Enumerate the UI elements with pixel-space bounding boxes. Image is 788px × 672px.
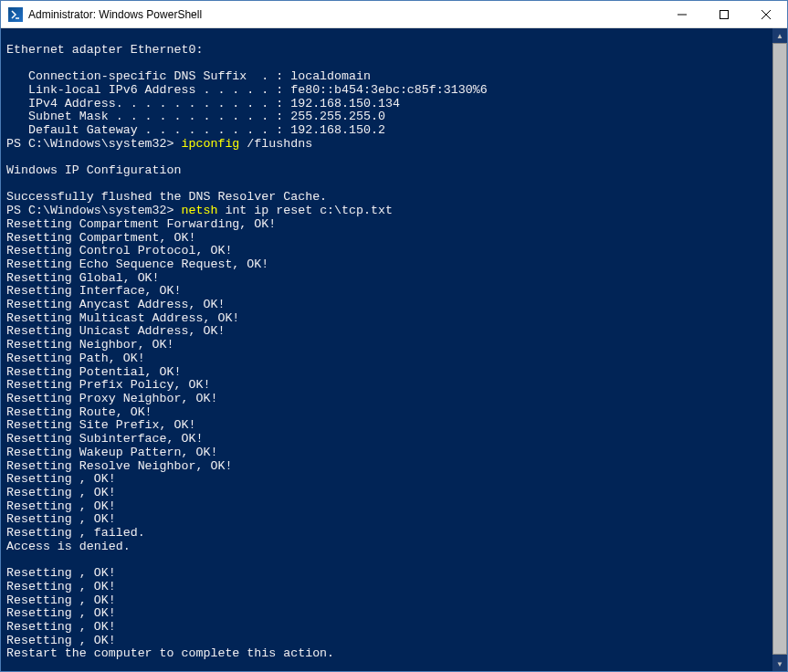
output-line: Resetting Anycast Address, OK! — [6, 298, 225, 311]
command: netsh — [182, 204, 226, 217]
window-controls — [661, 1, 787, 27]
output-line: Resetting , OK! — [6, 566, 116, 580]
terminal-content: Ethernet adapter Ethernet0: Connection-s… — [6, 30, 782, 671]
output-line: Resetting , failed. — [6, 526, 145, 540]
output-line: Ethernet adapter Ethernet0: — [6, 43, 203, 57]
powershell-icon — [8, 7, 23, 22]
scroll-up-arrow[interactable]: ▲ — [772, 28, 787, 43]
output-line: Resetting Path, OK! — [6, 352, 145, 365]
output-line: Resetting , OK! — [6, 512, 116, 526]
output-line: Windows IP Configuration — [6, 163, 182, 177]
output-line: Resetting , OK! — [6, 634, 116, 647]
output-line: Resetting Site Prefix, OK! — [6, 418, 195, 432]
output-line: Resetting Resolve Neighbor, OK! — [6, 459, 232, 473]
scrollbar[interactable]: ▲ ▼ — [772, 28, 787, 671]
titlebar[interactable]: Administrator: Windows PowerShell — [1, 1, 787, 28]
output-line: Restart the computer to complete this ac… — [6, 646, 334, 660]
output-line: Access is denied. — [6, 540, 131, 553]
close-button[interactable] — [745, 1, 787, 27]
output-line: Subnet Mask . . . . . . . . . . . : 255.… — [6, 110, 385, 123]
output-line: Resetting Interface, OK! — [6, 284, 182, 298]
prompt-path: PS C:\Windows\system32> — [6, 137, 182, 151]
command-arg: int ip reset c:\tcp.txt — [225, 204, 393, 217]
output-line: IPv4 Address. . . . . . . . . . . : 192.… — [6, 97, 400, 110]
powershell-window: Administrator: Windows PowerShell Ethern… — [0, 0, 788, 672]
scroll-thumb[interactable] — [772, 43, 787, 655]
output-line: Resetting Compartment Forwarding, OK! — [6, 217, 276, 231]
output-line: Resetting , OK! — [6, 486, 116, 499]
output-line: Resetting , OK! — [6, 620, 116, 634]
minimize-button[interactable] — [661, 1, 703, 27]
output-line: Resetting Unicast Address, OK! — [6, 324, 225, 338]
output-line: Default Gateway . . . . . . . . . : 192.… — [6, 123, 385, 137]
output-line: Resetting Potential, OK! — [6, 365, 182, 379]
command: ipconfig — [182, 137, 247, 151]
scroll-down-arrow[interactable]: ▼ — [772, 656, 787, 671]
window-title: Administrator: Windows PowerShell — [28, 8, 661, 21]
output-line: Resetting Wakeup Pattern, OK! — [6, 446, 217, 459]
output-line: Resetting Neighbor, OK! — [6, 338, 174, 352]
output-line: Resetting , OK! — [6, 580, 116, 593]
command-arg: /flushdns — [247, 137, 312, 151]
output-line: Resetting Control Protocol, OK! — [6, 244, 232, 257]
output-line: Resetting Proxy Neighbor, OK! — [6, 392, 217, 405]
output-line: Resetting Multicast Address, OK! — [6, 311, 239, 325]
output-line: Resetting Compartment, OK! — [6, 231, 195, 245]
svg-rect-2 — [720, 10, 729, 18]
output-line: Resetting , OK! — [6, 593, 116, 607]
output-line: Resetting , OK! — [6, 472, 116, 486]
output-line: Resetting Route, OK! — [6, 405, 152, 419]
terminal-area[interactable]: Ethernet adapter Ethernet0: Connection-s… — [1, 28, 787, 671]
maximize-button[interactable] — [703, 1, 745, 27]
output-line: Resetting Subinterface, OK! — [6, 432, 203, 446]
output-line: Successfully flushed the DNS Resolver Ca… — [6, 190, 327, 204]
output-line: Resetting , OK! — [6, 499, 116, 513]
output-line: Resetting Prefix Policy, OK! — [6, 378, 210, 392]
output-line: Resetting Global, OK! — [6, 271, 160, 285]
prompt-path: PS C:\Windows\system32> — [6, 204, 182, 217]
output-line: Resetting Echo Sequence Request, OK! — [6, 257, 268, 271]
output-line: Connection-specific DNS Suffix . : local… — [6, 69, 371, 83]
output-line: Link-local IPv6 Address . . . . . : fe80… — [6, 83, 488, 97]
output-line: Resetting , OK! — [6, 606, 116, 620]
